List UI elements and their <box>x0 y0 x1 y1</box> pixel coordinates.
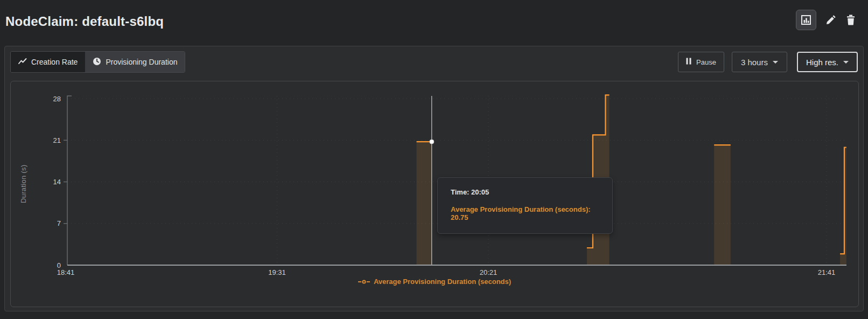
legend-label: Average Provisioning Duration (seconds) <box>374 278 511 286</box>
resolution-value: High res. <box>806 58 838 67</box>
panel-view-button[interactable] <box>796 10 816 30</box>
page-header: NodeClaim: default-s6lbq <box>0 0 868 43</box>
y-tick-label: 7 <box>57 219 61 227</box>
chart-toolbar: Creation Rate Provisioning Duration <box>10 52 858 72</box>
metric-tabs: Creation Rate Provisioning Duration <box>10 51 185 73</box>
chevron-down-icon <box>773 61 778 64</box>
time-range-value: 3 hours <box>741 58 768 67</box>
hover-point <box>430 140 434 144</box>
header-actions <box>796 10 856 30</box>
tab-label: Creation Rate <box>31 58 78 66</box>
line-chart-icon <box>18 58 27 67</box>
chart-tooltip: Time: 20:05 Average Provisioning Duratio… <box>437 177 613 234</box>
tab-provisioning-duration[interactable]: Provisioning Duration <box>85 52 185 72</box>
pause-icon <box>686 58 691 66</box>
legend-marker-icon <box>358 276 370 286</box>
clock-icon <box>93 57 101 67</box>
page-title: NodeClaim: default-s6lbq <box>5 14 164 29</box>
resolution-dropdown[interactable]: High res. <box>797 52 858 72</box>
pause-button[interactable]: Pause <box>678 52 724 72</box>
pause-label: Pause <box>696 58 716 66</box>
bar-chart-icon <box>800 14 812 26</box>
provisioning-duration-chart[interactable]: 0714212818:4119:3120:2121:41 <box>11 81 858 307</box>
y-tick-label: 21 <box>53 136 61 144</box>
x-tick-label: 20:21 <box>480 268 498 276</box>
x-tick-label: 18:41 <box>57 268 75 276</box>
trash-icon <box>845 14 856 26</box>
chevron-down-icon <box>843 61 849 64</box>
series-area-fill <box>714 145 731 265</box>
pencil-icon <box>825 14 837 26</box>
chart-container: 0714212818:4119:3120:2121:41 Duration (s… <box>10 81 859 307</box>
tooltip-series-value: Average Provisioning Duration (seconds):… <box>451 205 599 221</box>
legend-item-avg-provisioning-duration[interactable]: Average Provisioning Duration (seconds) <box>358 276 511 286</box>
y-axis-line <box>67 96 72 265</box>
time-range-dropdown[interactable]: 3 hours <box>732 52 787 72</box>
y-axis-title: Duration (s) <box>19 141 27 227</box>
y-tick-label: 28 <box>53 95 61 103</box>
x-tick-label: 21:41 <box>818 268 836 276</box>
series-area-fill <box>417 142 432 265</box>
y-tick-label: 14 <box>53 178 61 186</box>
series-area-fill <box>840 147 846 265</box>
tooltip-time: Time: 20:05 <box>451 188 599 196</box>
chart-legend: Average Provisioning Duration (seconds) <box>11 276 858 286</box>
nodeclaim-panel: Creation Rate Provisioning Duration <box>4 46 864 311</box>
edit-button[interactable] <box>825 14 837 26</box>
tab-creation-rate[interactable]: Creation Rate <box>11 52 85 72</box>
x-tick-label: 19:31 <box>268 268 286 276</box>
tab-label: Provisioning Duration <box>106 58 177 66</box>
delete-button[interactable] <box>845 14 856 26</box>
